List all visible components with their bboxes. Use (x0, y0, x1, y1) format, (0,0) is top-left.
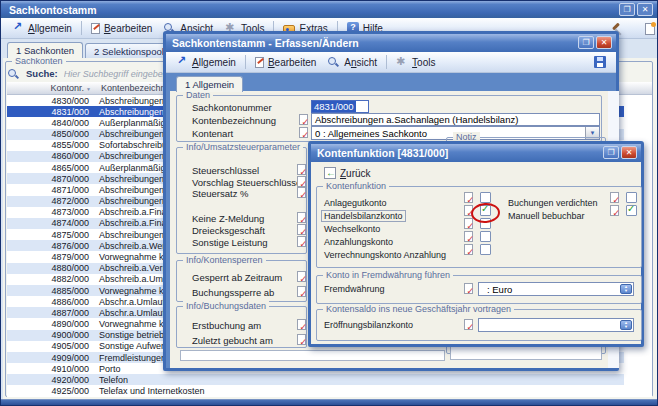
sachkontonummer-field[interactable]: 4831/000 (311, 100, 369, 113)
window-bottom-border (1, 399, 657, 405)
tools-icon (396, 56, 408, 68)
account-number: 4885/000 (7, 286, 93, 296)
dialog-kontenfunktion-titlebar: Kontenfunktion [4831/000] ❐ ✕ (311, 144, 641, 162)
edit-check-icon[interactable] (297, 334, 306, 345)
edit-check-icon[interactable] (299, 114, 308, 125)
verrechnungskonto-anzahlung-checkbox[interactable] (480, 244, 491, 255)
keine-z-meldung-label: Keine Z-Meldung (192, 213, 264, 224)
eroeffnungsbilanzkonto-combo[interactable]: ▲▼ (478, 318, 634, 332)
buchungssperre-ab-label: Buchungssperre ab (192, 287, 274, 298)
search-icon (8, 68, 20, 80)
fremdwaehrung-label: Fremdwährung (324, 284, 385, 294)
edit-check-icon[interactable] (297, 319, 306, 330)
dialog-menu-item-bearbeiten-label: Bearbeiten (268, 57, 316, 68)
table-row[interactable]: 4920/000Telefon (7, 374, 624, 385)
kontenfunktion-row: Anzahlungskonto (324, 231, 496, 244)
maximize-icon[interactable]: ❐ (603, 146, 619, 159)
account-number: 4909/000 (7, 353, 93, 363)
dialog-erfassen-title: Sachkontenstamm - Erfassen/Ändern (172, 37, 359, 49)
anlagegutkonto-checkbox[interactable] (480, 192, 491, 203)
edit-check-icon[interactable] (464, 283, 473, 294)
account-number: 4887/000 (7, 308, 93, 318)
save-icon[interactable] (594, 56, 606, 68)
account-number: 4855/000 (7, 140, 93, 150)
verrechnungskonto-anzahlung-label: Verrechnungskonto Anzahlung (324, 250, 446, 260)
search-input[interactable] (64, 69, 176, 79)
edit-check-icon[interactable] (297, 176, 306, 187)
account-name: Telefax und Internetkosten (93, 386, 205, 396)
edit-check-icon[interactable] (297, 212, 306, 223)
kontensperren-group-title: Info/Kontensperren (183, 255, 266, 265)
close-icon[interactable]: ✕ (637, 3, 653, 16)
edit-check-icon[interactable] (297, 187, 306, 198)
column-header-kontonr[interactable]: Kontonr.▼ (7, 83, 93, 93)
edit-check-icon[interactable] (297, 286, 306, 297)
table-row[interactable]: 4925/000Telefax und Internetkosten (7, 385, 624, 396)
dialog-menu-item-allgemein[interactable]: Allgemein (170, 53, 242, 71)
tab-allgemein[interactable]: 1 Allgemein (176, 76, 243, 92)
edit-check-icon[interactable] (464, 218, 473, 229)
account-number: 4879/000 (7, 252, 93, 262)
close-icon[interactable]: ✕ (621, 146, 637, 159)
partial-field[interactable] (180, 350, 445, 361)
tab-1-sachkonten[interactable]: 1 Sachkonten (7, 42, 83, 58)
account-number: 4850/000 (7, 129, 93, 139)
sort-arrow-icon: ▼ (86, 86, 91, 92)
kontenbezeichnung-field[interactable]: Abschreibungen a.Sachanlagen (Handelsbil… (311, 113, 600, 126)
spinner-icon[interactable]: ▲▼ (620, 284, 632, 294)
account-number: 4905/000 (7, 341, 93, 351)
maximize-icon[interactable]: ❐ (578, 36, 594, 49)
kontenfunktion-row: Manuell bebuchbar (508, 205, 640, 218)
edit-check-icon[interactable] (610, 205, 619, 216)
account-number: 4910/000 (7, 364, 93, 374)
saldo-group-title: Kontensaldo ins neue Geschäftsjahr vortr… (323, 304, 514, 314)
menu-item-bearbeiten-label: Bearbeiten (104, 23, 152, 34)
kontenart-label: Kontenart (192, 128, 233, 139)
account-number: 4886/000 (7, 297, 93, 307)
account-number: 4890/000 (7, 319, 93, 329)
dialog-menu-item-tools[interactable]: Tools (390, 53, 441, 71)
kontenfunktion-row: Anlagegutkonto (324, 192, 496, 205)
back-button[interactable]: Zurück (318, 164, 377, 182)
edit-check-icon[interactable] (464, 244, 473, 255)
account-number: 4831/000 (7, 107, 93, 117)
editpage-icon (255, 57, 264, 68)
new-page-icon[interactable] (645, 23, 655, 35)
account-number: 4865/000 (7, 163, 93, 173)
edit-check-icon[interactable] (297, 236, 306, 247)
edit-check-icon[interactable] (464, 319, 473, 330)
zuletzt-gebucht-am-label: Zuletzt gebucht am (192, 335, 273, 346)
gesperrt-ab-zeitraum-label: Gesperrt ab Zeitraum (192, 272, 282, 283)
edit-check-icon[interactable] (297, 224, 306, 235)
fremdwaehrung-combo[interactable]: : Euro ▲▼ (478, 282, 634, 296)
edit-check-icon[interactable] (610, 192, 619, 203)
kontenart-value: 0 : Allgemeines Sachkonto (312, 128, 430, 139)
spinner-icon[interactable]: ▲▼ (620, 320, 632, 330)
tab-2-selektionspool[interactable]: 2 Selektionspool (85, 43, 173, 58)
sachkontonummer-value: 4831/000 (312, 101, 356, 112)
dialog-menu-item-bearbeiten[interactable]: Bearbeiten (249, 53, 322, 71)
edit-check-icon[interactable] (297, 271, 306, 282)
kontenfunktion-left-column: AnlagegutkontoHandelsbilanzkontoWechselk… (324, 192, 496, 257)
menu-item-allgemein[interactable]: Allgemein (6, 19, 78, 37)
search-label: Suche: (26, 68, 58, 79)
arrow-icon (176, 56, 188, 68)
edit-check-icon[interactable] (464, 231, 473, 242)
restore-button[interactable]: ❐ (619, 3, 635, 16)
dialog-menu-item-ansicht[interactable]: Ansicht (322, 53, 383, 71)
menu-separator (81, 21, 82, 35)
edit-check-icon[interactable] (299, 127, 308, 138)
kontenbezeichnung-value: Abschreibungen a.Sachanlagen (Handelsbil… (312, 114, 521, 125)
menu-item-bearbeiten[interactable]: Bearbeiten (85, 19, 158, 37)
close-icon[interactable]: ✕ (596, 36, 612, 49)
manuell-bebuchbar-checkbox[interactable] (626, 205, 637, 216)
kontenfunktion-group-title: Kontenfunktion (323, 181, 389, 191)
buchungen-verdichten-checkbox[interactable] (626, 192, 637, 203)
sonstige-leistung-label: Sonstige Leistung (192, 237, 268, 248)
eroeffnungsbilanzkonto-label: Eröffnungsbilanzkonto (324, 320, 413, 330)
anzahlungskonto-checkbox[interactable] (480, 231, 491, 242)
edit-check-icon[interactable] (464, 192, 473, 203)
account-name: Porto (93, 364, 121, 374)
edit-check-icon[interactable] (297, 164, 306, 175)
account-number: 4920/000 (7, 375, 93, 385)
